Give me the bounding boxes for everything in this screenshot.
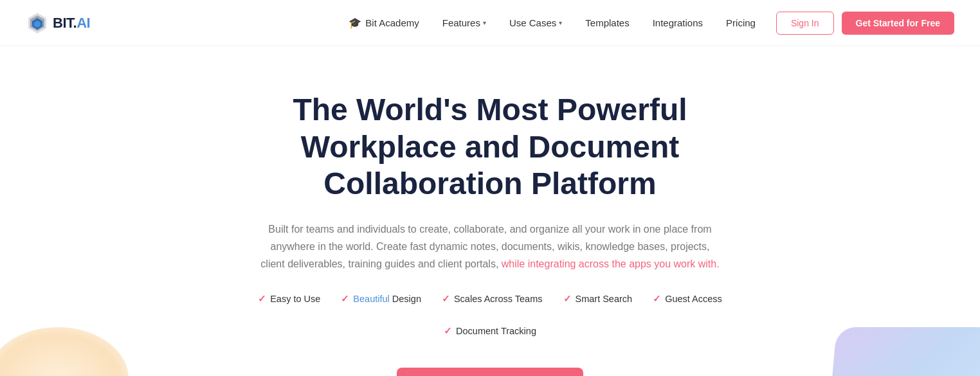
nav-templates[interactable]: Templates	[585, 17, 629, 28]
logo[interactable]: BIT.AI	[26, 12, 90, 35]
nav-links: 🎓 Bit Academy Features ▾ Use Cases ▾ Tem…	[349, 17, 756, 29]
navigation: BIT.AI 🎓 Bit Academy Features ▾ Use Case…	[0, 0, 980, 46]
check-icon: ✓	[442, 293, 450, 305]
feature-document-tracking: ✓ Document Tracking	[444, 325, 536, 337]
hero-content: The World's Most Powerful Workplace and …	[213, 91, 767, 376]
logo-icon	[26, 12, 49, 35]
features-list: ✓ Easy to Use ✓ Beautiful Design ✓ Scale…	[213, 293, 767, 337]
nav-use-cases[interactable]: Use Cases ▾	[509, 17, 562, 28]
chevron-down-icon: ▾	[483, 19, 486, 26]
feature-scales-across-teams: ✓ Scales Across Teams	[442, 293, 543, 305]
get-started-nav-button[interactable]: Get Started for Free	[842, 12, 954, 35]
hero-subtitle: Built for teams and individuals to creat…	[259, 220, 721, 273]
nav-bit-academy[interactable]: 🎓 Bit Academy	[349, 17, 419, 29]
feature-easy-to-use: ✓ Easy to Use	[258, 293, 320, 305]
check-icon: ✓	[444, 325, 452, 337]
chevron-down-icon: ▾	[559, 19, 562, 26]
check-icon: ✓	[563, 293, 572, 305]
check-icon: ✓	[258, 293, 266, 305]
subtitle-highlight: while integrating across the apps you wo…	[502, 258, 720, 269]
nav-pricing[interactable]: Pricing	[726, 17, 756, 28]
nav-integrations[interactable]: Integrations	[653, 17, 703, 28]
signin-button[interactable]: Sign In	[776, 12, 834, 35]
blob-left-decoration	[0, 327, 129, 376]
feature-guest-access: ✓ Guest Access	[653, 293, 722, 305]
graduation-icon: 🎓	[349, 17, 361, 29]
check-icon: ✓	[341, 293, 349, 305]
nav-features[interactable]: Features ▾	[442, 17, 486, 28]
feature-beautiful-design: ✓ Beautiful Design	[341, 293, 421, 305]
hero-title: The World's Most Powerful Workplace and …	[213, 91, 767, 202]
check-icon: ✓	[653, 293, 661, 305]
logo-text: BIT.AI	[53, 15, 90, 31]
hero-section: The World's Most Powerful Workplace and …	[0, 46, 980, 376]
nav-actions: Sign In Get Started for Free	[776, 12, 954, 35]
get-started-cta-button[interactable]: Get Started for Free	[397, 368, 583, 376]
blob-right-decoration	[828, 327, 980, 376]
feature-smart-search: ✓ Smart Search	[563, 293, 633, 305]
